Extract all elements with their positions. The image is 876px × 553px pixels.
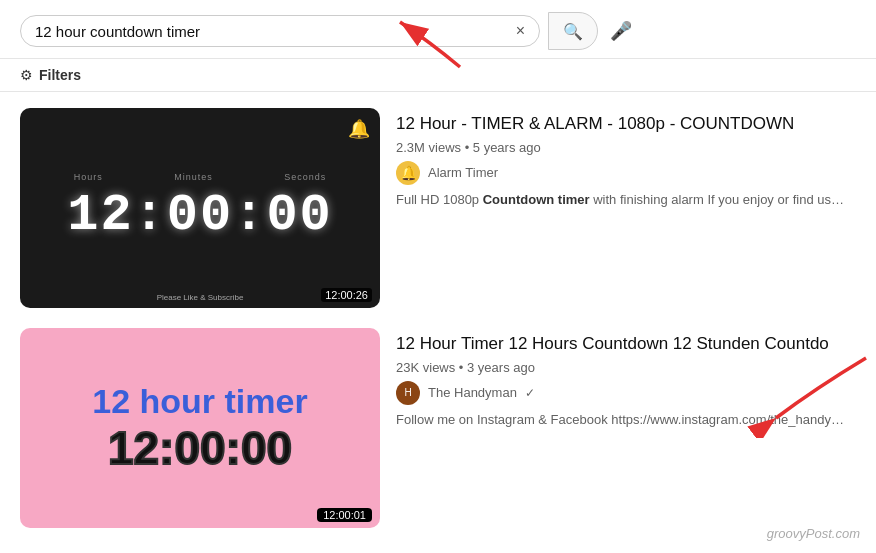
desc-after-1: with finishing alarm If you enjoy or fin… (590, 192, 846, 207)
video-title-1[interactable]: 12 Hour - TIMER & ALARM - 1080p - COUNTD… (396, 112, 856, 136)
result-item: Hours Minutes Seconds 12:00:00 Please Li… (20, 108, 856, 308)
duration-badge-2: 12:00:01 (317, 508, 372, 522)
filters-icon: ⚙ (20, 67, 33, 83)
avatar-icon-1: 🔔 (400, 165, 417, 181)
channel-row-2: H The Handyman ✓ (396, 381, 856, 405)
channel-name-1[interactable]: Alarm Timer (428, 165, 498, 180)
video-description-1: Full HD 1080p Countdown timer with finis… (396, 191, 846, 209)
duration-badge-1: 12:00:26 (321, 288, 372, 302)
search-button[interactable]: 🔍 (548, 12, 598, 50)
channel-name-2[interactable]: The Handyman (428, 385, 517, 400)
search-input-wrapper: × (20, 15, 540, 47)
timer-text-big: 12 hour timer (92, 382, 307, 421)
filters-label[interactable]: Filters (39, 67, 81, 83)
verified-badge: ✓ (525, 386, 535, 400)
search-input[interactable] (35, 23, 508, 40)
video-info-1: 12 Hour - TIMER & ALARM - 1080p - COUNTD… (396, 108, 856, 209)
video-info-2: 12 Hour Timer 12 Hours Countdown 12 Stun… (396, 328, 856, 429)
results-container: Hours Minutes Seconds 12:00:00 Please Li… (0, 92, 876, 544)
video-meta-2: 23K views • 3 years ago (396, 360, 856, 375)
desc-before-bold-1: Full HD 1080p (396, 192, 483, 207)
video-title-2[interactable]: 12 Hour Timer 12 Hours Countdown 12 Stun… (396, 332, 856, 356)
minutes-label: Minutes (174, 172, 213, 182)
mic-button[interactable]: 🎤 (606, 16, 636, 46)
bell-icon: 🔔 (348, 118, 370, 140)
time-display-2: 12:00:00 (108, 421, 292, 475)
result-item-2: 12 hour timer 12:00:00 12:00:01 12 Hour … (20, 328, 856, 528)
avatar-text-2: H (404, 387, 411, 398)
thumbnail-1[interactable]: Hours Minutes Seconds 12:00:00 Please Li… (20, 108, 380, 308)
hours-label: Hours (74, 172, 103, 182)
search-bar: × 🔍 🎤 (0, 0, 876, 59)
time-display-1: 12:00:00 (67, 186, 333, 245)
clear-icon[interactable]: × (516, 22, 525, 40)
thumbnail-labels: Hours Minutes Seconds (38, 172, 362, 182)
desc-bold-1: Countdown timer (483, 192, 590, 207)
video-meta-1: 2.3M views • 5 years ago (396, 140, 856, 155)
video-description-2: Follow me on Instagram & Facebook https:… (396, 411, 846, 429)
bottom-text-1: Please Like & Subscribe (157, 293, 244, 302)
watermark: groovyPost.com (767, 526, 860, 541)
thumbnail-2[interactable]: 12 hour timer 12:00:00 12:00:01 (20, 328, 380, 528)
channel-row-1: 🔔 Alarm Timer (396, 161, 856, 185)
filters-row: ⚙ Filters (0, 59, 876, 92)
channel-avatar-2: H (396, 381, 420, 405)
channel-avatar-1: 🔔 (396, 161, 420, 185)
seconds-label: Seconds (284, 172, 326, 182)
